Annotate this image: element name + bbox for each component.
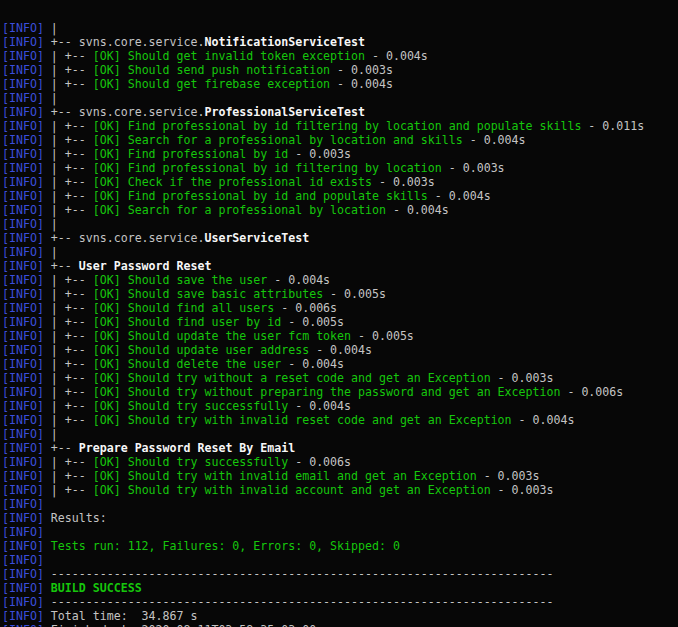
log-level-info: [INFO] [2, 329, 44, 343]
log-level-info: [INFO] [2, 511, 44, 525]
console-segment: | +-- [44, 357, 93, 371]
console-segment: - 0.003s [442, 161, 505, 175]
console-segment: [OK] Should try with invalid account and… [93, 483, 491, 497]
console-line: [INFO] | +-- [OK] Find professional by i… [2, 119, 678, 133]
console-line: [INFO] | +-- [OK] Should try with invali… [2, 413, 678, 427]
console-segment: ----------------------------------------… [44, 567, 554, 581]
console-line: [INFO] | [2, 21, 678, 35]
console-segment: - 0.004s [267, 273, 330, 287]
console-line: [INFO] | +-- [OK] Should get invalid tok… [2, 49, 678, 63]
console-segment: [OK] Should try successfully [93, 399, 288, 413]
log-level-info: [INFO] [2, 231, 44, 245]
console-line: [INFO] | +-- [OK] Should try with invali… [2, 483, 678, 497]
log-level-info: [INFO] [2, 413, 44, 427]
console-segment: Finished at: 2020-08-11T03:58:35-03:00 [44, 623, 316, 627]
console-line: [INFO] | +-- [OK] Should save basic attr… [2, 287, 678, 301]
console-segment: | [44, 427, 58, 441]
console-segment: Total time: 34.867 s [44, 609, 198, 623]
console-line: [INFO] | +-- [OK] Should try without a r… [2, 371, 678, 385]
log-level-info: [INFO] [2, 217, 44, 231]
console-segment: | +-- [44, 399, 93, 413]
terminal-output: [INFO] |[INFO] +-- svns.core.service.Not… [0, 0, 678, 627]
console-segment: - 0.003s [477, 469, 540, 483]
console-segment: [OK] Should save basic attributes [93, 287, 323, 301]
log-level-info: [INFO] [2, 301, 44, 315]
console-line: [INFO] +-- Prepare Password Reset By Ema… [2, 441, 678, 455]
console-segment: Prepare Password Reset By Email [79, 441, 295, 455]
console-line: [INFO] | +-- [OK] Should update the user… [2, 329, 678, 343]
log-level-info: [INFO] [2, 567, 44, 581]
console-segment: | +-- [44, 133, 93, 147]
console-line: [INFO] [2, 497, 678, 511]
log-level-info: [INFO] [2, 203, 44, 217]
console-segment: | +-- [44, 189, 93, 203]
console-line: [INFO] | +-- [OK] Find professional by i… [2, 161, 678, 175]
log-level-info: [INFO] [2, 161, 44, 175]
console-segment: [OK] Should try without a reset code and… [93, 371, 491, 385]
console-segment: - 0.005s [281, 315, 344, 329]
console-segment: | +-- [44, 301, 93, 315]
console-segment: | +-- [44, 455, 93, 469]
console-line: [INFO] | +-- [OK] Should find all users … [2, 301, 678, 315]
console-segment: - 0.006s [274, 301, 337, 315]
console-line: [INFO] | +-- [OK] Should send push notif… [2, 63, 678, 77]
console-segment: - 0.004s [365, 49, 428, 63]
console-segment: [OK] Should find all users [93, 301, 274, 315]
console-segment: UserServiceTest [204, 231, 309, 245]
console-segment: BUILD SUCCESS [44, 581, 142, 595]
console-segment: - 0.006s [560, 385, 623, 399]
console-line: [INFO] Total time: 34.867 s [2, 609, 678, 623]
console-segment: [OK] Should find user by id [93, 315, 281, 329]
log-level-info: [INFO] [2, 63, 44, 77]
console-segment: | +-- [44, 77, 93, 91]
console-segment: [OK] Should try with invalid reset code … [93, 413, 512, 427]
console-segment: [OK] Find professional by id and populat… [93, 189, 428, 203]
console-line: [INFO] +-- svns.core.service.UserService… [2, 231, 678, 245]
log-level-info: [INFO] [2, 595, 44, 609]
console-segment: NotificationServiceTest [204, 35, 365, 49]
console-segment: | +-- [44, 49, 93, 63]
log-level-info: [INFO] [2, 91, 44, 105]
log-level-info: [INFO] [2, 133, 44, 147]
console-line: [INFO] ---------------------------------… [2, 595, 678, 609]
console-segment: | +-- [44, 329, 93, 343]
console-segment: - 0.004s [288, 399, 351, 413]
console-segment: - 0.003s [330, 63, 393, 77]
log-level-info: [INFO] [2, 609, 44, 623]
console-line: [INFO] +-- svns.core.service.Professiona… [2, 105, 678, 119]
console-line: [INFO] | +-- [OK] Check if the professio… [2, 175, 678, 189]
console-segment: - 0.004s [386, 203, 449, 217]
console-segment: | +-- [44, 343, 93, 357]
log-level-info: [INFO] [2, 49, 44, 63]
console-segment: [OK] Should try without preparing the pa… [93, 385, 561, 399]
console-segment: - 0.004s [428, 189, 491, 203]
console-line: [INFO] Tests run: 112, Failures: 0, Erro… [2, 539, 678, 553]
log-level-info: [INFO] [2, 147, 44, 161]
console-segment: ----------------------------------------… [44, 595, 554, 609]
console-segment: [OK] Find professional by id filtering b… [93, 161, 442, 175]
log-level-info: [INFO] [2, 189, 44, 203]
console-segment: | [44, 91, 58, 105]
log-level-info: [INFO] [2, 315, 44, 329]
log-level-info: [INFO] [2, 343, 44, 357]
log-level-info: [INFO] [2, 553, 44, 567]
console-segment: - 0.003s [491, 371, 554, 385]
console-segment: - 0.011s [581, 119, 644, 133]
console-line: [INFO] +-- User Password Reset [2, 259, 678, 273]
console-segment: - 0.003s [372, 175, 435, 189]
console-segment: | +-- [44, 119, 93, 133]
log-level-info: [INFO] [2, 497, 44, 511]
console-segment: [OK] Should send push notification [93, 63, 330, 77]
console-segment: [OK] Should try with invalid email and g… [93, 469, 477, 483]
console-segment: [OK] Search for a professional by locati… [93, 203, 386, 217]
console-segment: +-- [44, 259, 79, 273]
console-line: [INFO] | +-- [OK] Should update user add… [2, 343, 678, 357]
log-level-info: [INFO] [2, 623, 44, 627]
log-level-info: [INFO] [2, 539, 44, 553]
console-segment: +-- svns.core.service. [44, 35, 205, 49]
console-segment: [OK] Should update user address [93, 343, 309, 357]
console-segment: | +-- [44, 63, 93, 77]
console-segment: | +-- [44, 273, 93, 287]
console-segment: [OK] Should try successfully [93, 455, 288, 469]
log-level-info: [INFO] [2, 357, 44, 371]
